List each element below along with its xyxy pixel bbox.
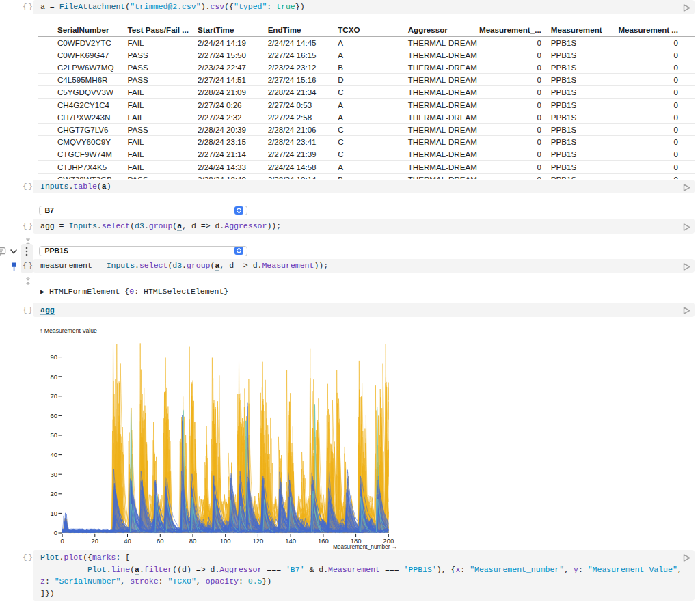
svg-text:60: 60 xyxy=(157,537,164,545)
svg-text:40: 40 xyxy=(124,537,131,545)
svg-text:20: 20 xyxy=(50,490,57,497)
svg-text:60: 60 xyxy=(50,412,57,420)
svg-text:80: 80 xyxy=(189,537,197,545)
svg-text:Measurement_number →: Measurement_number → xyxy=(333,543,397,550)
svg-text:100: 100 xyxy=(220,537,231,545)
svg-text:120: 120 xyxy=(252,537,263,545)
svg-text:40: 40 xyxy=(50,451,57,458)
svg-text:10: 10 xyxy=(50,510,57,517)
svg-text:70: 70 xyxy=(50,392,57,400)
svg-text:0: 0 xyxy=(54,529,57,536)
svg-text:0: 0 xyxy=(60,537,64,545)
svg-text:50: 50 xyxy=(50,431,57,439)
svg-text:140: 140 xyxy=(285,537,296,545)
svg-text:90: 90 xyxy=(50,353,57,361)
svg-text:80: 80 xyxy=(50,373,57,381)
svg-text:20: 20 xyxy=(92,537,99,545)
svg-text:160: 160 xyxy=(318,537,329,545)
svg-text:↑ Measurement Value: ↑ Measurement Value xyxy=(40,327,97,334)
svg-text:30: 30 xyxy=(50,471,57,478)
